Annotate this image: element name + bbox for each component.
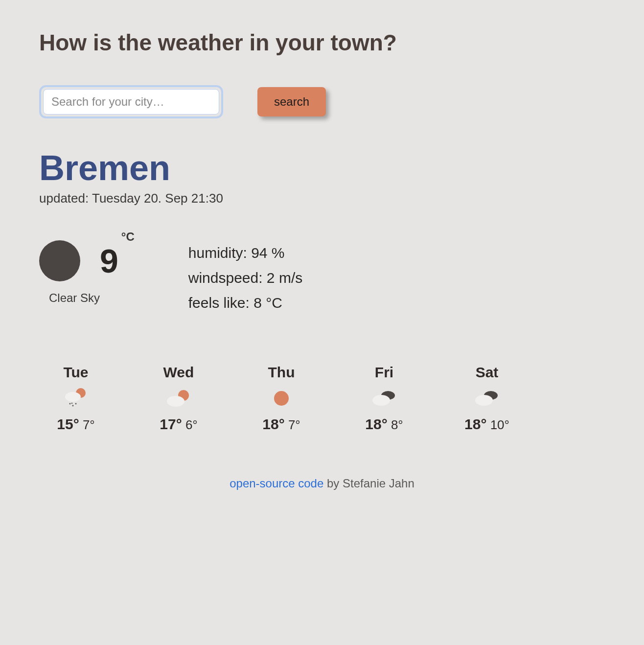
feelslike-label: feels like: 8 °C xyxy=(188,290,302,315)
search-button[interactable]: search xyxy=(257,87,326,116)
svg-point-1 xyxy=(65,392,81,402)
current-details: humidity: 94 % windspeed: 2 m/s feels li… xyxy=(188,240,302,315)
forecast-day: Sat xyxy=(476,364,499,381)
condition-label: Clear Sky xyxy=(49,291,135,305)
city-name: Bremen xyxy=(39,148,605,188)
forecast-temps: 18° 7° xyxy=(262,416,300,433)
search-input-wrap xyxy=(39,85,223,118)
forecast-day: Thu xyxy=(268,364,295,381)
forecast-lo: 10° xyxy=(490,417,509,432)
search-row: search xyxy=(39,85,605,118)
forecast-hi: 18° xyxy=(365,416,387,432)
cloudy-icon xyxy=(370,389,398,408)
forecast-hi: 17° xyxy=(160,416,182,432)
svg-point-10 xyxy=(372,395,390,406)
svg-point-2 xyxy=(69,403,71,405)
forecast-lo: 7° xyxy=(83,417,95,432)
forecast-hi: 18° xyxy=(464,416,486,432)
humidity-label: humidity: 94 % xyxy=(188,240,302,265)
current-temp: 9 xyxy=(100,242,118,280)
forecast-day: Fri xyxy=(375,364,393,381)
open-source-link[interactable]: open-source code xyxy=(230,477,323,490)
moon-icon xyxy=(39,240,80,281)
footer: open-source code by Stefanie Jahn xyxy=(39,477,605,490)
forecast-hi: 18° xyxy=(262,416,284,432)
forecast-col: Wed17° 6° xyxy=(142,364,215,433)
windspeed-label: windspeed: 2 m/s xyxy=(188,265,302,290)
forecast-lo: 8° xyxy=(391,417,403,432)
forecast-day: Tue xyxy=(63,364,88,381)
forecast-temps: 17° 6° xyxy=(160,416,197,433)
temp-unit: °C xyxy=(121,230,135,243)
forecast-temps: 15° 7° xyxy=(57,416,94,433)
svg-point-8 xyxy=(274,391,289,406)
svg-point-5 xyxy=(71,403,72,404)
current-temp-wrap: 9°C xyxy=(100,242,135,280)
current-left: 9°C Clear Sky xyxy=(39,240,135,305)
city-search-input[interactable] xyxy=(43,89,219,115)
current-main: 9°C xyxy=(39,240,135,281)
forecast-temps: 18° 8° xyxy=(365,416,403,433)
sun-icon xyxy=(273,389,290,408)
current-weather: 9°C Clear Sky humidity: 94 % windspeed: … xyxy=(39,240,605,315)
footer-byline: by Stefanie Jahn xyxy=(323,477,414,490)
rain-sun-icon xyxy=(63,389,89,408)
forecast-hi: 15° xyxy=(57,416,79,432)
forecast-col: Tue15° 7° xyxy=(39,364,113,433)
page-title: How is the weather in your town? xyxy=(39,29,605,56)
forecast-col: Thu18° 7° xyxy=(245,364,318,433)
forecast-day: Wed xyxy=(163,364,194,381)
forecast-lo: 6° xyxy=(185,417,198,432)
forecast-lo: 7° xyxy=(288,417,300,432)
svg-point-4 xyxy=(75,403,77,405)
forecast-col: Fri18° 8° xyxy=(347,364,421,433)
forecast-row: Tue15° 7°Wed17° 6°Thu18° 7°Fri18° 8°Sat1… xyxy=(39,364,605,433)
cloudy-icon xyxy=(473,389,501,408)
updated-timestamp: updated: Tuesday 20. Sep 21:30 xyxy=(39,191,605,206)
svg-point-3 xyxy=(72,405,74,407)
svg-point-7 xyxy=(167,396,184,407)
forecast-temps: 18° 10° xyxy=(464,416,509,433)
forecast-col: Sat18° 10° xyxy=(450,364,524,433)
svg-point-12 xyxy=(475,395,493,406)
cloud-sun-icon xyxy=(166,389,191,408)
